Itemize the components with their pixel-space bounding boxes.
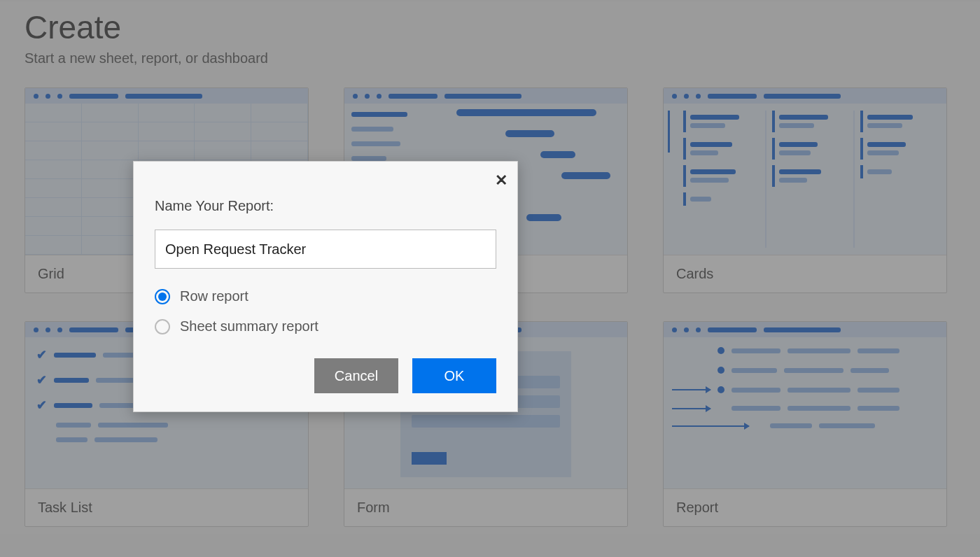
report-type-radios: Row report Sheet summary report xyxy=(155,288,496,334)
close-icon[interactable]: ✕ xyxy=(495,171,507,190)
dialog-actions: Cancel OK xyxy=(155,358,496,393)
radio-icon xyxy=(155,289,170,304)
radio-row-report[interactable]: Row report xyxy=(155,288,496,304)
radio-label: Row report xyxy=(180,288,248,304)
name-report-dialog: ✕ Name Your Report: Row report Sheet sum… xyxy=(133,161,518,412)
report-name-input[interactable] xyxy=(155,230,496,269)
cancel-button[interactable]: Cancel xyxy=(314,358,398,393)
radio-icon xyxy=(155,319,170,334)
modal-overlay: ✕ Name Your Report: Row report Sheet sum… xyxy=(0,1,980,557)
ok-button[interactable]: OK xyxy=(412,358,496,393)
radio-sheet-summary[interactable]: Sheet summary report xyxy=(155,318,496,334)
dialog-title: Name Your Report: xyxy=(155,198,496,214)
radio-label: Sheet summary report xyxy=(180,318,318,334)
